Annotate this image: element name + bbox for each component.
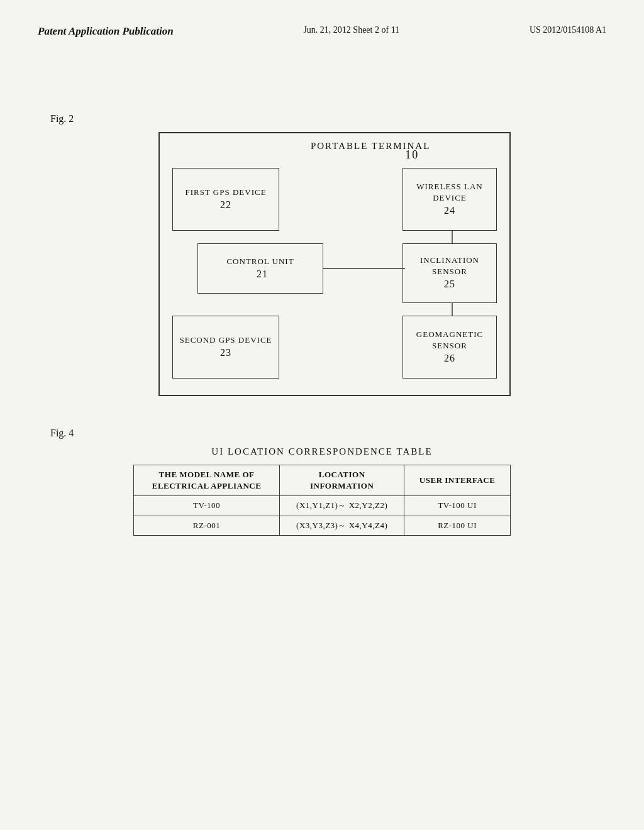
second-gps-box: SECOND GPS DEVICE 23: [172, 316, 279, 379]
wireless-lan-number: 24: [444, 204, 455, 218]
inclination-box: INCLINATION SENSOR 25: [402, 243, 497, 303]
inclination-label-line1: INCLINATION: [420, 255, 479, 266]
geomagnetic-box: GEOMAGNETIC SENSOR 26: [402, 316, 497, 379]
cell-model: RZ-001: [134, 516, 280, 535]
patent-number-label: US 2012/0154108 A1: [530, 25, 606, 35]
wireless-lan-label-line1: WIRELESS LAN: [416, 181, 483, 192]
cell-location: (X3,Y3,Z3)～ X4,Y4,Z4): [280, 516, 404, 535]
diagram-wrapper: PORTABLE TERMINAL 10 FIRST GPS DEVICE 22…: [63, 132, 606, 396]
table-row: TV-100(X1,Y1,Z1)～ X2,Y2,Z2)TV-100 UI: [134, 496, 511, 516]
cell-location: (X1,Y1,Z1)～ X2,Y2,Z2): [280, 496, 404, 516]
control-unit-label: CONTROL UNIT: [226, 256, 294, 267]
portable-terminal-label: PORTABLE TERMINAL 10: [311, 141, 430, 152]
cell-ui: TV-100 UI: [404, 496, 511, 516]
wireless-lan-box: WIRELESS LAN DEVICE 24: [402, 168, 497, 231]
table-row: RZ-001(X3,Y3,Z3)～ X4,Y4,Z4)RZ-100 UI: [134, 516, 511, 535]
ui-location-table: THE MODEL NAME OFELECTRICAL APPLIANCE LO…: [133, 465, 511, 536]
page: Patent Application Publication Jun. 21, …: [0, 0, 644, 830]
geomagnetic-label-line2: SENSOR: [432, 340, 467, 351]
inclination-number: 25: [444, 277, 455, 291]
first-gps-box: FIRST GPS DEVICE 22: [172, 168, 279, 231]
header: Patent Application Publication Jun. 21, …: [38, 25, 606, 38]
geomagnetic-number: 26: [444, 351, 455, 365]
table-title: UI LOCATION CORRESPONDENCE TABLE: [38, 446, 606, 457]
first-gps-number: 22: [220, 198, 231, 212]
inclination-label-line2: SENSOR: [432, 266, 467, 277]
second-gps-label: SECOND GPS DEVICE: [179, 335, 272, 346]
fig4-section: Fig. 4 UI LOCATION CORRESPONDENCE TABLE …: [38, 428, 606, 536]
control-unit-box: CONTROL UNIT 21: [197, 243, 323, 294]
table-header-row: THE MODEL NAME OFELECTRICAL APPLIANCE LO…: [134, 465, 511, 496]
fig2-label: Fig. 2: [50, 113, 606, 124]
col-location-header: LOCATIONINFORMATION: [280, 465, 404, 496]
geomagnetic-label-line1: GEOMAGNETIC: [416, 329, 483, 340]
terminal-number: 10: [405, 148, 419, 162]
publication-label: Patent Application Publication: [38, 25, 174, 38]
first-gps-label: FIRST GPS DEVICE: [185, 187, 266, 198]
col-ui-header: USER INTERFACE: [404, 465, 511, 496]
fig2-section: Fig. 2 PORTABLE TERMINAL 10 FIRST GPS DE…: [38, 113, 606, 396]
portable-terminal-box: PORTABLE TERMINAL 10 FIRST GPS DEVICE 22…: [158, 132, 511, 396]
control-unit-number: 21: [257, 267, 268, 281]
cell-model: TV-100: [134, 496, 280, 516]
second-gps-number: 23: [220, 346, 231, 360]
cell-ui: RZ-100 UI: [404, 516, 511, 535]
col-model-header: THE MODEL NAME OFELECTRICAL APPLIANCE: [134, 465, 280, 496]
fig4-label: Fig. 4: [50, 428, 606, 439]
date-sheet-label: Jun. 21, 2012 Sheet 2 of 11: [303, 25, 399, 35]
wireless-lan-label-line2: DEVICE: [433, 192, 467, 204]
